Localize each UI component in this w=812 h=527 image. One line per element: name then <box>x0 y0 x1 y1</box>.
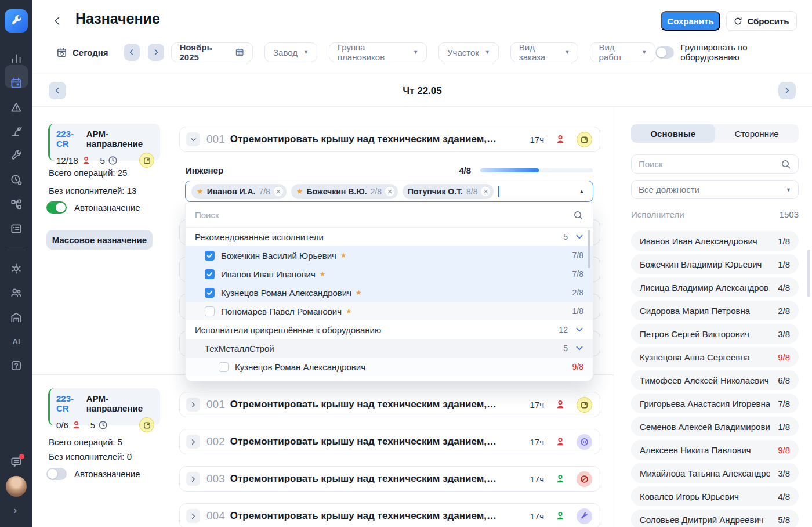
remove-chip-icon[interactable]: ✕ <box>481 187 490 196</box>
checkbox-checked[interactable] <box>205 288 215 298</box>
users-icon[interactable] <box>10 286 23 299</box>
status-wrench-icon[interactable] <box>577 508 592 524</box>
documents-icon[interactable] <box>10 222 23 235</box>
prev-date-button[interactable] <box>49 82 66 99</box>
structure-icon[interactable] <box>10 198 23 211</box>
back-button[interactable] <box>51 15 64 27</box>
chat-icon[interactable] <box>10 456 23 468</box>
right-panel-scrollbar[interactable] <box>807 250 810 297</box>
warehouse-icon[interactable] <box>10 311 23 324</box>
performer-chip[interactable]: Потупчик О.Т. 8/8 ✕ <box>403 184 494 199</box>
order-status-note-icon[interactable] <box>139 153 154 168</box>
filter-section[interactable]: Участок▼ <box>438 42 499 62</box>
month-picker[interactable]: Ноябрь 2025 <box>171 42 253 62</box>
performer-item[interactable]: Ковалев Игорь Юрьевич4/8 <box>631 486 799 506</box>
alerts-icon[interactable] <box>10 101 23 114</box>
settings-gear-icon[interactable] <box>10 262 23 275</box>
group-card-1[interactable]: 223-CR АРМ-направление 12/18 5 <box>48 124 160 161</box>
performer-option[interactable]: Кузнецов Роман Александрович ★ 2/8 <box>186 283 593 302</box>
history-schedule-icon[interactable] <box>10 174 23 186</box>
checkbox-checked[interactable] <box>205 269 215 279</box>
user-avatar[interactable] <box>6 476 27 497</box>
task-row[interactable]: 003 Отремонтировать крышу над технически… <box>179 466 600 492</box>
next-date-button[interactable] <box>778 82 796 99</box>
performers-search-input[interactable] <box>639 159 781 169</box>
performer-option[interactable]: Кузнецов Роман Александрович 9/8 <box>186 358 593 376</box>
remove-chip-icon[interactable]: ✕ <box>385 187 394 196</box>
filter-planner-group[interactable]: Группа плановиков▼ <box>329 42 427 62</box>
order-code-link[interactable]: 223-CR <box>56 394 82 413</box>
next-day-button[interactable] <box>148 44 164 61</box>
performer-option[interactable]: Иванов Иван Иванович ★ 7/8 <box>186 265 593 283</box>
prev-day-button[interactable] <box>124 44 140 61</box>
positions-select[interactable]: Все должности ▼ <box>631 180 799 199</box>
recommended-group-header[interactable]: Рекомендованные исполнители 5 <box>186 228 593 246</box>
performer-item[interactable]: Семенов Алексей Владимирович1/8 <box>631 417 799 436</box>
group-card-2[interactable]: 223-CR АРМ-направление 0/6 5 <box>48 388 160 425</box>
status-note-icon[interactable] <box>577 397 592 413</box>
dropdown-search-input[interactable] <box>195 210 573 220</box>
performer-item[interactable]: Алексеев Никита Павлович9/8 <box>631 440 799 460</box>
performer-multiselect[interactable]: ★ Иванов И.А. 7/8 ✕ ★ Божечкин В.Ю. 2/8 … <box>185 181 593 202</box>
filter-work-type[interactable]: Вид работ▼ <box>590 42 655 62</box>
performer-item[interactable]: Иванов Иван Александрович1/8 <box>631 231 799 251</box>
performer-chip[interactable]: ★ Иванов И.А. 7/8 ✕ <box>191 184 287 199</box>
expand-task-icon[interactable] <box>186 435 200 449</box>
app-logo-wrench-icon[interactable] <box>5 9 28 33</box>
mass-assign-button[interactable]: Массовое назначение <box>46 230 153 250</box>
performer-item[interactable]: Сидорова Мария Петровна2/8 <box>631 301 799 320</box>
performer-option[interactable]: Божечкин Василий Юрьевич ★ 7/8 <box>186 246 593 265</box>
reset-button[interactable]: Сбросить <box>726 11 797 31</box>
performer-item[interactable]: Григорьева Анастасия Игоревна7/8 <box>631 394 799 413</box>
performer-item[interactable]: Тимофеев Алексей Николаевич6/8 <box>631 370 799 390</box>
today-button[interactable]: Сегодня <box>56 47 108 58</box>
org-subgroup-header[interactable]: ТехМеталлСтрой 5 <box>186 339 593 358</box>
dropdown-scrollbar[interactable] <box>588 230 590 268</box>
auto-assign-toggle-2[interactable] <box>46 468 67 480</box>
filter-plant[interactable]: Завод▼ <box>264 42 317 62</box>
checkbox-unchecked[interactable] <box>205 306 215 316</box>
task-row[interactable]: 001 Отремонтировать крышу над технически… <box>179 392 600 417</box>
expand-task-icon[interactable] <box>186 398 200 412</box>
expand-task-icon[interactable] <box>186 509 200 523</box>
tab-main[interactable]: Основные <box>631 124 715 143</box>
role-progress-bar <box>480 168 593 172</box>
checkbox-checked[interactable] <box>205 251 215 261</box>
order-status-note-icon[interactable] <box>139 417 154 432</box>
collapse-task-icon[interactable] <box>186 132 200 146</box>
task-row-expanded[interactable]: 001 Отремонтировать крышу над технически… <box>179 127 600 152</box>
performer-item[interactable]: Божечкин Владимир Юрьевич1/8 <box>631 254 799 274</box>
filter-order-type[interactable]: Вид заказа▼ <box>510 42 579 62</box>
performer-item[interactable]: Михайлова Татьяна Александро…3/8 <box>631 463 799 483</box>
expand-task-icon[interactable] <box>186 472 200 486</box>
task-row[interactable]: 004 Отремонтировать крышу над технически… <box>179 503 600 527</box>
checkbox-unchecked[interactable] <box>219 362 229 372</box>
help-icon[interactable] <box>10 359 23 372</box>
ai-icon[interactable]: Ai <box>10 335 23 348</box>
status-ban-icon[interactable] <box>577 471 592 487</box>
attached-group-header[interactable]: Исполнители прикреплённые к оборудованию… <box>186 320 593 339</box>
status-note-icon[interactable] <box>577 132 592 147</box>
task-row[interactable]: 002 Отремонтировать крышу над технически… <box>179 429 600 454</box>
performer-chip[interactable]: ★ Божечкин В.Ю. 2/8 ✕ <box>291 184 398 199</box>
performer-item[interactable]: Кузнецова Анна Сергеевна9/8 <box>631 347 799 367</box>
tab-external[interactable]: Сторонние <box>715 124 799 143</box>
save-button[interactable]: Сохранить <box>661 11 720 31</box>
order-code-link[interactable]: 223-CR <box>56 129 82 149</box>
performer-item[interactable]: Петров Сергей Викторович3/8 <box>631 324 799 344</box>
status-pause-icon[interactable] <box>577 434 592 450</box>
collapse-dropdown-icon[interactable]: ▲ <box>579 188 585 194</box>
expand-sidebar-icon[interactable]: › <box>13 504 17 517</box>
dropdown-search[interactable] <box>186 203 593 228</box>
performer-option[interactable]: Пономарев Павел Романович ★ 1/8 <box>186 302 593 320</box>
auto-assign-toggle-1[interactable] <box>46 201 67 214</box>
calendar-planning-icon[interactable] <box>10 77 23 89</box>
tools-wrench-icon[interactable] <box>10 149 23 162</box>
group-by-equipment-toggle[interactable] <box>655 46 674 59</box>
analytics-icon[interactable] <box>10 52 23 65</box>
equipment-robot-arm-icon[interactable] <box>10 125 23 138</box>
performers-search[interactable] <box>631 154 799 174</box>
performer-item[interactable]: Соловьев Дмитрий Андреевич5/8 <box>631 510 799 527</box>
remove-chip-icon[interactable]: ✕ <box>274 187 283 196</box>
performer-item[interactable]: Лисица Владимир Александров…4/8 <box>631 277 799 297</box>
